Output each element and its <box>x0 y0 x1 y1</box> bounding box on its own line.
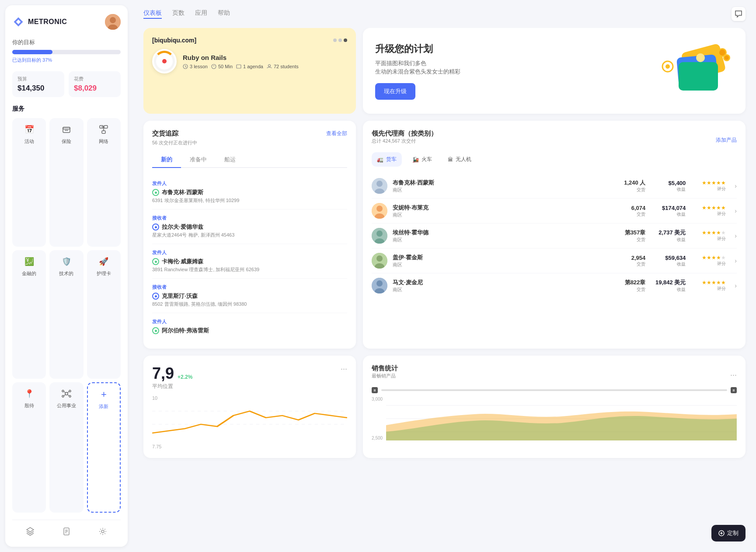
sales-title: 销售统计 <box>372 364 398 373</box>
sales-chart-container: 3,000 2,500 <box>372 397 737 442</box>
customize-icon <box>718 530 725 536</box>
sales-more-icon[interactable]: ··· <box>730 370 737 380</box>
tab-preparing[interactable]: 准备中 <box>181 152 216 168</box>
avg-more-icon[interactable]: ··· <box>341 364 347 374</box>
location-icon-2 <box>152 258 159 265</box>
sales-chart-area <box>386 397 737 442</box>
agent-arrow-4[interactable]: › <box>735 282 737 289</box>
agent-money-2: 2,737 美元 收益 <box>651 229 686 243</box>
svg-line-17 <box>67 391 69 393</box>
service-nursingcard[interactable]: 🚀 护理卡 <box>87 250 121 379</box>
chat-icon[interactable] <box>732 7 746 21</box>
layers-icon[interactable] <box>26 527 35 538</box>
agent-stat-3: 2,954 交货 <box>615 255 645 267</box>
sidebar-footer <box>12 520 121 538</box>
location-icon-3 <box>152 293 159 300</box>
course-url-row: [biqubiqu.com] <box>152 37 347 44</box>
sales-subtitle: 最畅销产品 <box>372 373 398 379</box>
nav-pages[interactable]: 页数 <box>172 9 185 19</box>
add-product-button[interactable]: 添加产品 <box>716 136 737 144</box>
agent-avatar-2 <box>372 228 387 244</box>
delivery-tabs: 新的 准备中 船运 <box>152 152 347 168</box>
delivery-role-3: 接收者 <box>152 284 347 290</box>
goal-section: 你的目标 已达到目标的 37% <box>12 38 121 63</box>
sales-card: 销售统计 最畅销产品 ··· II II <box>363 356 746 458</box>
agent-arrow-1[interactable]: › <box>735 207 737 214</box>
progress-bar-fill <box>12 50 52 54</box>
range-right-handle[interactable]: II <box>731 387 737 393</box>
avatar-image <box>105 14 121 30</box>
svg-point-1 <box>110 17 116 23</box>
nav-apps[interactable]: 应用 <box>195 9 207 19</box>
svg-rect-8 <box>102 131 105 133</box>
document-icon[interactable] <box>62 527 71 538</box>
delivery-view-all[interactable]: 查看全部 <box>326 130 347 137</box>
delivery-item-0: 发件人 布鲁克林·西蒙斯 6391 埃尔金圣塞莱斯特, 特拉华州 10299 <box>152 175 347 210</box>
top-row: [biqubiqu.com] Ruby on Rails <box>133 28 756 114</box>
service-wait[interactable]: 📍 殷待 <box>12 382 46 513</box>
avg-value-row: 7,9 +2.2% <box>152 364 192 383</box>
avg-position-value: 7,9 <box>152 364 174 383</box>
range-left-handle[interactable]: II <box>372 387 378 393</box>
svg-point-38 <box>725 56 729 60</box>
agent-tab-train[interactable]: 🚂 火车 <box>407 152 437 167</box>
agents-title: 领先代理商（按类别） <box>372 129 437 138</box>
dot2 <box>338 38 342 42</box>
agent-avatar-3 <box>372 253 387 269</box>
finance-icon: 💹 <box>23 255 35 268</box>
service-public[interactable]: 公用事业 <box>49 382 83 513</box>
course-thumbnail <box>152 49 177 73</box>
agent-rating-2: ★★★★★ 评分 <box>691 230 726 242</box>
main-area: 仪表板 页数 应用 帮助 [biqubiqu.com] <box>133 0 756 552</box>
svg-point-31 <box>268 64 270 66</box>
logo-icon <box>12 16 24 28</box>
agent-tab-drone[interactable]: 🏛 无人机 <box>442 152 477 167</box>
service-add-new[interactable]: + 添新 <box>87 382 121 513</box>
svg-rect-7 <box>104 126 108 128</box>
agent-stat-1: 6,074 交货 <box>615 205 645 217</box>
nav-dashboard[interactable]: 仪表板 <box>143 9 162 19</box>
agent-tab-truck[interactable]: 🚛 货车 <box>372 152 402 167</box>
bottom-row: 7,9 +2.2% 平均位置 ··· 10 7.75 <box>133 356 756 458</box>
delivery-role-4: 发件人 <box>152 318 347 325</box>
middle-row: 交货追踪 查看全部 56 次交付正在进行中 新的 准备中 船运 发件人 布鲁克林 <box>133 121 756 349</box>
goal-label: 你的目标 <box>12 38 121 46</box>
delivery-addr-0: 6391 埃尔金圣塞莱斯特, 特拉华州 10299 <box>152 197 347 204</box>
svg-point-36 <box>719 49 725 56</box>
nav-help[interactable]: 帮助 <box>218 9 230 19</box>
svg-point-24 <box>101 530 104 533</box>
network-icon <box>98 123 110 136</box>
agent-avatar-1 <box>372 203 387 219</box>
logo-text: METRONIC <box>28 18 67 26</box>
svg-point-15 <box>69 395 71 397</box>
service-finance-label: 金融的 <box>22 270 36 277</box>
agent-avatar-4 <box>372 278 387 293</box>
tab-new[interactable]: 新的 <box>152 152 181 168</box>
agent-region-3: 南区 <box>393 262 610 268</box>
delivery-role-0: 发件人 <box>152 180 347 187</box>
tab-shipping[interactable]: 船运 <box>216 152 244 168</box>
upgrade-svg <box>655 40 733 101</box>
agent-info-4: 马文·麦金尼 南区 <box>393 279 610 293</box>
service-finance[interactable]: 💹 金融的 <box>12 250 46 379</box>
settings-icon[interactable] <box>98 527 107 538</box>
agent-rating-4: ★★★★★ 评分 <box>691 279 726 292</box>
avg-position-card: 7,9 +2.2% 平均位置 ··· 10 7.75 <box>143 356 356 458</box>
drone-icon: 🏛 <box>448 157 453 163</box>
customize-button[interactable]: 定制 <box>711 525 746 542</box>
upgrade-illustration <box>655 40 733 101</box>
upgrade-button[interactable]: 现在升级 <box>375 83 415 100</box>
service-tech[interactable]: 🛡️ 技术的 <box>49 250 83 379</box>
agent-arrow-0[interactable]: › <box>735 182 737 189</box>
svg-line-27 <box>185 66 186 67</box>
add-new-icon: + <box>98 388 110 401</box>
svg-point-49 <box>376 231 383 237</box>
service-activity[interactable]: 📅 活动 <box>12 118 46 247</box>
svg-point-46 <box>376 206 383 212</box>
agent-arrow-2[interactable]: › <box>735 232 737 239</box>
service-insurance[interactable]: 保险 <box>49 118 83 247</box>
budget-label: 预算 <box>17 76 59 82</box>
agent-arrow-3[interactable]: › <box>735 257 737 264</box>
svg-point-55 <box>376 280 383 286</box>
service-network[interactable]: 网络 <box>87 118 121 247</box>
